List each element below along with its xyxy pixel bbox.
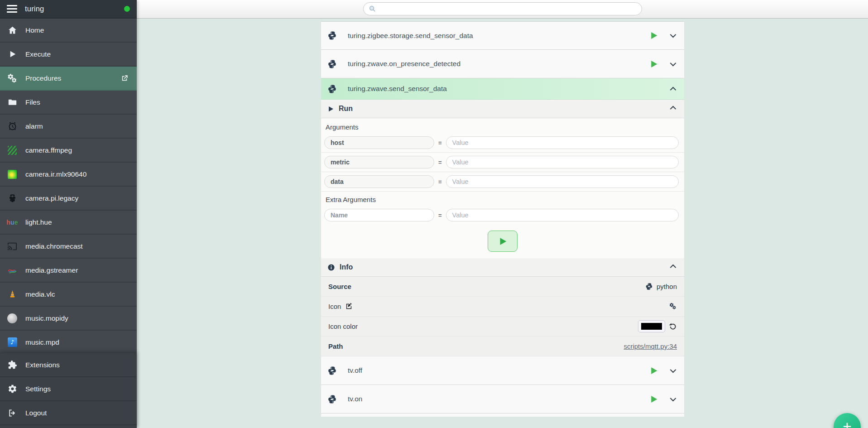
- sidebar-item-camera-pi-legacy[interactable]: camera.pi.legacy: [0, 187, 137, 211]
- hamburger-menu-icon[interactable]: [7, 3, 17, 14]
- sidebar-item-label: Execute: [25, 50, 51, 58]
- python-icon: [327, 366, 337, 375]
- argument-name-field[interactable]: [324, 175, 434, 188]
- icon-color-value: [641, 323, 662, 330]
- cast-icon: [7, 241, 18, 252]
- sidebar-item-label: Home: [25, 26, 44, 34]
- sidebar-header: turing: [0, 0, 137, 19]
- path-link[interactable]: scripts/mqtt.py:34: [623, 342, 677, 350]
- chevron-up-icon[interactable]: [668, 103, 678, 115]
- run-icon[interactable]: [649, 31, 658, 40]
- sidebar-item-extensions[interactable]: Extensions: [0, 353, 137, 377]
- plugin-gears-icon: [669, 303, 677, 310]
- run-section-body: Arguments = = = Extra Arguments =: [321, 118, 684, 258]
- sidebar-item-media-vlc[interactable]: media.vlc: [0, 283, 137, 307]
- procedure-row-tv-on[interactable]: tv.on: [321, 385, 684, 414]
- procedure-row-turing-zwave-on-presence-detected[interactable]: turing.zwave.on_presence_detected: [321, 50, 684, 78]
- hue-icon: hue: [7, 217, 18, 228]
- sidebar-item-settings[interactable]: Settings: [0, 377, 137, 401]
- run-icon[interactable]: [649, 59, 658, 69]
- info-icon: [327, 264, 335, 271]
- sidebar-item-label: camera.ir.mlx90640: [25, 170, 86, 178]
- extra-argument-value-input[interactable]: [446, 209, 679, 221]
- sidebar-item-files[interactable]: Files: [0, 91, 137, 115]
- argument-name-field[interactable]: [324, 136, 434, 149]
- procedures-panel: turing.zigbee.storage.send_sensor_data t…: [321, 21, 684, 417]
- procedure-row-turing-zigbee-storage-send-sensor-data[interactable]: turing.zigbee.storage.send_sensor_data: [321, 21, 684, 50]
- python-icon: [327, 394, 337, 404]
- mpd-icon: ♪: [7, 337, 18, 348]
- reset-color-icon[interactable]: [669, 322, 677, 331]
- run-icon[interactable]: [649, 394, 658, 404]
- sidebar-item-label: Extensions: [25, 361, 60, 369]
- icon-color-label: Icon color: [328, 322, 358, 330]
- sidebar-item-alarm[interactable]: alarm: [0, 115, 137, 139]
- info-section-title: Info: [340, 263, 353, 271]
- sidebar-item-media-chromecast[interactable]: media.chromecast: [0, 235, 137, 259]
- app-title: turing: [25, 5, 44, 13]
- run-procedure-button[interactable]: [488, 231, 518, 252]
- app-window: turing Home Execute Procedures Files ala…: [0, 0, 868, 428]
- chevron-down-icon[interactable]: [668, 366, 678, 375]
- play-icon: [7, 49, 18, 60]
- mopidy-icon: [7, 313, 18, 324]
- gears-icon: [7, 73, 18, 84]
- sidebar-item-light-hue[interactable]: hue light.hue: [0, 211, 137, 235]
- sidebar-item-label: media.gstreamer: [25, 266, 78, 274]
- sidebar-item-camera-ffmpeg[interactable]: camera.ffmpeg: [0, 139, 137, 163]
- python-icon: [327, 59, 337, 69]
- info-section-body: Source python Icon: [321, 277, 684, 356]
- add-procedure-fab[interactable]: +: [834, 413, 861, 428]
- arguments-label: Arguments: [321, 119, 684, 133]
- sidebar-item-label: camera.ffmpeg: [25, 146, 72, 154]
- extra-argument-name-input[interactable]: [324, 209, 434, 221]
- sidebar-item-media-gstreamer[interactable]: media.gstreamer: [0, 259, 137, 283]
- procedure-name: turing.zwave.send_sensor_data: [348, 85, 447, 93]
- edit-icon[interactable]: [345, 303, 353, 310]
- run-section-header[interactable]: Run: [321, 100, 684, 118]
- icon-color-row: Icon color: [321, 317, 684, 337]
- sidebar-item-home[interactable]: Home: [0, 19, 137, 43]
- search-input[interactable]: [380, 5, 637, 13]
- search-icon: [369, 5, 376, 13]
- info-section-header[interactable]: Info: [321, 258, 684, 277]
- argument-value-input[interactable]: [446, 156, 679, 168]
- sidebar-footer-menu: Extensions Settings Logout: [0, 353, 137, 428]
- argument-row-data: =: [321, 172, 684, 192]
- run-section-title: Run: [339, 105, 353, 113]
- chevron-down-icon[interactable]: [668, 31, 678, 40]
- chevron-up-icon[interactable]: [668, 84, 678, 94]
- sidebar-item-music-mopidy[interactable]: music.mopidy: [0, 307, 137, 331]
- argument-name-field[interactable]: [324, 156, 434, 168]
- sidebar-item-procedures[interactable]: Procedures: [0, 67, 137, 91]
- sidebar-item-logout[interactable]: Logout: [0, 401, 137, 425]
- icon-label: Icon: [328, 303, 341, 310]
- chevron-down-icon[interactable]: [668, 59, 678, 69]
- equals-sign: =: [438, 159, 442, 166]
- procedure-row-tv-off[interactable]: tv.off: [321, 356, 684, 385]
- sidebar-item-label: media.vlc: [25, 290, 55, 298]
- sidebar-item-camera-ir-mlx90640[interactable]: camera.ir.mlx90640: [0, 163, 137, 187]
- argument-value-input[interactable]: [446, 175, 679, 188]
- sidebar-item-music-mpd[interactable]: ♪ music.mpd: [0, 331, 137, 355]
- sidebar: turing Home Execute Procedures Files ala…: [0, 0, 137, 428]
- chevron-down-icon[interactable]: [668, 394, 678, 404]
- puzzle-icon: [7, 360, 18, 370]
- search-bar[interactable]: [363, 2, 642, 15]
- run-play-icon: [327, 106, 334, 112]
- gstreamer-icon: [7, 265, 18, 276]
- sidebar-item-label: Logout: [25, 409, 47, 417]
- topbar: [137, 0, 868, 19]
- procedure-row-selected[interactable]: turing.zwave.send_sensor_data: [321, 78, 684, 100]
- sidebar-item-execute[interactable]: Execute: [0, 43, 137, 67]
- ffmpeg-icon: [7, 145, 18, 156]
- source-label: Source: [328, 283, 351, 290]
- run-icon[interactable]: [649, 366, 658, 375]
- icon-color-swatch[interactable]: [638, 320, 665, 332]
- logout-icon: [7, 408, 18, 418]
- chevron-up-icon[interactable]: [668, 262, 678, 273]
- argument-value-input[interactable]: [446, 136, 679, 149]
- external-link-icon[interactable]: [119, 73, 130, 84]
- procedure-row-partial[interactable]: [321, 414, 684, 417]
- extra-arguments-label: Extra Arguments: [321, 192, 684, 206]
